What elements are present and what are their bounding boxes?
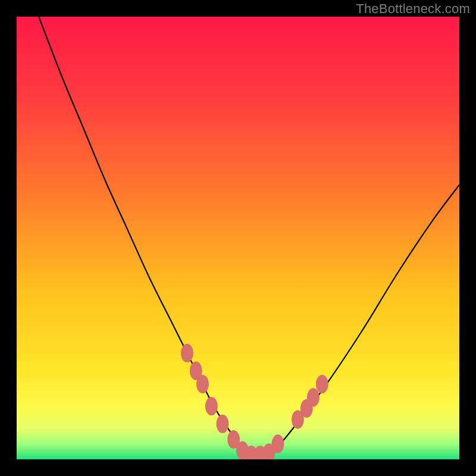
gradient-background (17, 17, 459, 459)
watermark-text: TheBottleneck.com (356, 1, 470, 17)
curve-spot (205, 397, 218, 415)
curve-spot (272, 434, 284, 453)
curve-spot (316, 375, 328, 393)
plot-area (17, 17, 459, 459)
curve-spot (181, 344, 193, 362)
curve-spot (196, 375, 209, 393)
curve-spot (307, 388, 320, 406)
curve-spot (217, 415, 229, 433)
outer-frame: TheBottleneck.com (0, 0, 476, 476)
chart-svg (17, 17, 459, 459)
